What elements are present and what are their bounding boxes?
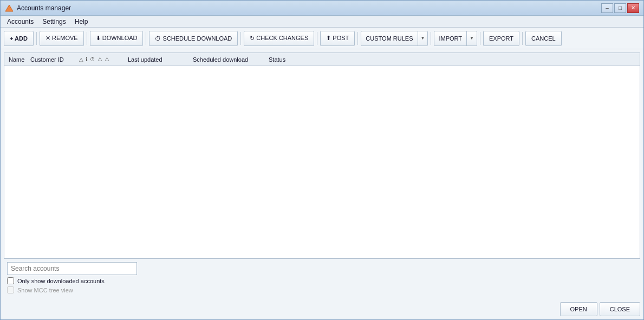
checkbox-row-1: Only show downloaded accounts	[7, 277, 637, 284]
accounts-table: Name Customer ID △ ℹ ⏱ ⚠ ⚠ Last updated …	[4, 53, 640, 259]
import-arrow-icon: ▼	[467, 31, 477, 45]
download-button[interactable]: ⬇ DOWNLOAD	[90, 31, 144, 46]
close-window-button[interactable]: ✕	[627, 3, 639, 13]
col-header-icon4: ⚠	[97, 56, 102, 62]
menu-bar: Accounts Settings Help	[1, 16, 643, 28]
schedule-download-button[interactable]: ⏱ SCHEDULE DOWNLOAD	[149, 31, 238, 46]
show-downloaded-label: Only show downloaded accounts	[17, 278, 105, 284]
minimize-button[interactable]: –	[601, 3, 613, 13]
checkbox-row-2: Show MCC tree view	[7, 286, 637, 293]
divider-2	[87, 32, 87, 45]
show-mcc-label: Show MCC tree view	[17, 287, 73, 293]
cancel-button[interactable]: CANCEL	[525, 31, 562, 46]
window-title: Accounts manager	[17, 4, 601, 12]
post-button[interactable]: ⬆ POST	[320, 31, 355, 46]
close-button[interactable]: CLOSE	[600, 302, 640, 316]
svg-marker-0	[5, 5, 13, 11]
search-input[interactable]	[7, 262, 137, 275]
accounts-manager-window: Accounts manager – □ ✕ Accounts Settings…	[0, 0, 644, 320]
divider-1	[36, 32, 37, 45]
col-header-icon1: △	[79, 56, 83, 62]
show-downloaded-checkbox[interactable]	[7, 277, 14, 284]
open-button[interactable]: OPEN	[560, 302, 597, 316]
maximize-button[interactable]: □	[614, 3, 626, 13]
col-header-icon5: ⚠	[105, 56, 109, 62]
divider-5	[317, 32, 317, 45]
divider-6	[357, 32, 358, 45]
menu-accounts[interactable]: Accounts	[3, 17, 38, 27]
col-header-customer-id: Customer ID	[28, 56, 77, 63]
col-header-icon2: ℹ	[86, 56, 88, 62]
col-header-icons: △ ℹ ⏱ ⚠ ⚠	[77, 56, 126, 62]
col-header-scheduled-download: Scheduled download	[191, 56, 266, 63]
custom-rules-label: CUSTOM RULES	[361, 31, 418, 45]
custom-rules-button[interactable]: CUSTOM RULES ▼	[361, 31, 428, 46]
table-body	[4, 66, 640, 258]
divider-9	[522, 32, 523, 45]
menu-help[interactable]: Help	[70, 17, 93, 27]
menu-settings[interactable]: Settings	[38, 17, 70, 27]
col-header-name: Name	[6, 56, 28, 63]
footer-buttons: OPEN CLOSE	[1, 299, 643, 319]
bottom-bar: Only show downloaded accounts Show MCC t…	[4, 259, 640, 296]
remove-button[interactable]: ✕ REMOVE	[40, 31, 84, 46]
content-area: Name Customer ID △ ℹ ⏱ ⚠ ⚠ Last updated …	[1, 49, 643, 299]
export-button[interactable]: EXPORT	[483, 31, 519, 46]
import-button[interactable]: IMPORT ▼	[434, 31, 477, 46]
app-icon	[5, 4, 14, 12]
custom-rules-arrow-icon: ▼	[418, 31, 428, 45]
title-bar: Accounts manager – □ ✕	[1, 1, 643, 16]
divider-8	[480, 32, 480, 45]
show-mcc-checkbox	[7, 286, 14, 293]
divider-7	[431, 32, 431, 45]
divider-4	[240, 32, 241, 45]
col-header-icon3: ⏱	[90, 56, 95, 62]
import-label: IMPORT	[434, 31, 467, 45]
add-button[interactable]: + ADD	[4, 31, 34, 46]
check-changes-button[interactable]: ↻ CHECK CHANGES	[244, 31, 314, 46]
divider-3	[146, 32, 146, 45]
table-header: Name Customer ID △ ℹ ⏱ ⚠ ⚠ Last updated …	[4, 53, 640, 66]
title-bar-buttons: – □ ✕	[601, 3, 639, 13]
toolbar: + ADD ✕ REMOVE ⬇ DOWNLOAD ⏱ SCHEDULE DOW…	[1, 28, 643, 49]
col-header-status: Status	[266, 56, 310, 63]
col-header-last-updated: Last updated	[126, 56, 191, 63]
